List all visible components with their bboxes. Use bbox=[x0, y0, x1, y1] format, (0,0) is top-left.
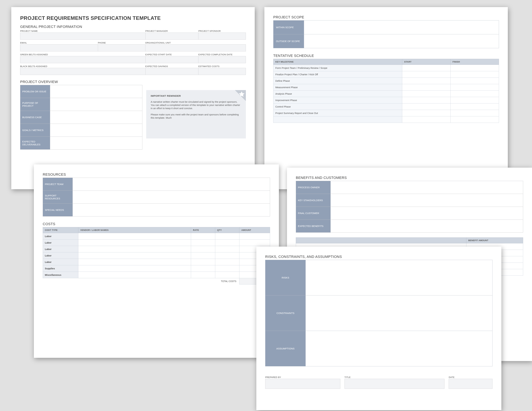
benefits-row-label: EXPECTED BENEFITS bbox=[296, 220, 331, 233]
schedule-cell[interactable] bbox=[451, 116, 499, 123]
cost-cell[interactable] bbox=[215, 272, 239, 278]
schedule-cell[interactable] bbox=[451, 97, 499, 103]
resources-row-label: SUPPORT RESOURCES bbox=[43, 191, 73, 204]
rca-cell[interactable] bbox=[306, 295, 493, 331]
rca-label: RISKS bbox=[265, 260, 306, 295]
cost-cell[interactable] bbox=[78, 246, 191, 252]
label-project-manager: PROJECT MANAGER bbox=[145, 30, 199, 33]
benefits-table: PROCESS OWNER KEY STAKEHOLDERS FINAL CUS… bbox=[296, 181, 523, 233]
page-1: PROJECT REQUIREMENTS SPECIFICATION TEMPL… bbox=[11, 7, 255, 189]
input-email[interactable] bbox=[20, 44, 98, 51]
input-project-name[interactable] bbox=[20, 33, 146, 40]
cost-cell[interactable] bbox=[78, 240, 191, 246]
cost-cell[interactable] bbox=[78, 252, 191, 259]
overview-row-cell[interactable] bbox=[50, 85, 142, 98]
schedule-milestone: Define Phase bbox=[273, 78, 402, 84]
cost-cell[interactable] bbox=[191, 259, 215, 265]
label-title: TITLE bbox=[344, 376, 445, 379]
scope-row-label: WITHIN SCOPE bbox=[273, 20, 304, 34]
schedule-cell[interactable] bbox=[451, 103, 499, 110]
overview-row-cell[interactable] bbox=[50, 124, 142, 137]
rca-cell[interactable] bbox=[306, 331, 493, 366]
cost-type: Labor bbox=[43, 252, 78, 259]
benefits-row-cell[interactable] bbox=[331, 207, 523, 220]
input-est-costs[interactable] bbox=[198, 68, 246, 75]
benefits-row-cell[interactable] bbox=[331, 194, 523, 207]
scope-row-label: OUTSIDE OF SCOPE bbox=[273, 34, 304, 48]
risks-table: RISKS CONSTRAINTS ASSUMPTIONS bbox=[265, 260, 493, 366]
resources-row-cell[interactable] bbox=[73, 191, 270, 204]
input-exp-savings[interactable] bbox=[145, 68, 199, 75]
page-5: RISKS, CONSTRAINTS, AND ASSUMPTIONS RISK… bbox=[256, 247, 501, 410]
costs-heading: COSTS bbox=[43, 222, 270, 226]
schedule-cell[interactable] bbox=[402, 84, 451, 91]
benefits-row-label: FINAL CUSTOMER bbox=[296, 207, 331, 220]
schedule-cell[interactable] bbox=[402, 116, 451, 123]
cost-cell[interactable] bbox=[191, 265, 215, 272]
overview-row-cell[interactable] bbox=[50, 111, 142, 124]
cost-cell[interactable] bbox=[191, 252, 215, 259]
resources-row-cell[interactable] bbox=[73, 204, 270, 216]
input-black-belts[interactable] bbox=[20, 68, 146, 75]
rca-cell[interactable] bbox=[306, 260, 493, 295]
cost-cell[interactable] bbox=[239, 240, 270, 246]
schedule-cell[interactable] bbox=[451, 84, 499, 91]
input-phone[interactable] bbox=[98, 44, 145, 51]
cost-cell[interactable] bbox=[215, 265, 239, 272]
scope-row-cell[interactable] bbox=[304, 20, 499, 34]
benefits-row-cell[interactable] bbox=[331, 181, 523, 194]
cost-cell[interactable] bbox=[78, 259, 191, 265]
schedule-milestone bbox=[273, 116, 402, 123]
benefits-row-label: KEY STAKEHOLDERS bbox=[296, 194, 331, 207]
schedule-cell[interactable] bbox=[402, 97, 451, 103]
schedule-milestone: Improvement Phase bbox=[273, 97, 402, 103]
schedule-cell[interactable] bbox=[402, 71, 451, 78]
schedule-cell[interactable] bbox=[402, 110, 451, 116]
schedule-cell[interactable] bbox=[402, 91, 451, 97]
input-prepared-by[interactable] bbox=[265, 379, 340, 389]
input-green-belts[interactable] bbox=[20, 56, 146, 63]
label-date: DATE bbox=[449, 376, 493, 379]
overview-row-cell[interactable] bbox=[50, 137, 142, 149]
schedule-cell[interactable] bbox=[451, 78, 499, 84]
schedule-table: KEY MILESTONE START FINISH Form Project … bbox=[273, 59, 499, 123]
cost-cell[interactable] bbox=[191, 246, 215, 252]
schedule-milestone: Form Project Team / Preliminary Review /… bbox=[273, 65, 402, 71]
resources-row-cell[interactable] bbox=[73, 178, 270, 191]
cost-cell[interactable] bbox=[239, 233, 270, 240]
cost-cell[interactable] bbox=[191, 240, 215, 246]
schedule-cell[interactable] bbox=[451, 71, 499, 78]
schedule-cell[interactable] bbox=[451, 65, 499, 71]
cost-cell[interactable] bbox=[78, 233, 191, 240]
rca-label: ASSUMPTIONS bbox=[265, 331, 306, 366]
schedule-cell[interactable] bbox=[402, 78, 451, 84]
schedule-cell[interactable] bbox=[451, 91, 499, 97]
input-exp-complete[interactable] bbox=[198, 56, 246, 63]
cost-cell[interactable] bbox=[191, 272, 215, 278]
input-org-unit[interactable] bbox=[145, 44, 246, 51]
scope-row-cell[interactable] bbox=[304, 34, 499, 48]
cost-cell[interactable] bbox=[215, 246, 239, 252]
input-exp-start[interactable] bbox=[145, 56, 199, 63]
schedule-cell[interactable] bbox=[451, 110, 499, 116]
schedule-cell[interactable] bbox=[402, 103, 451, 110]
benefits-row-cell[interactable] bbox=[331, 220, 523, 233]
cost-cell[interactable] bbox=[215, 259, 239, 265]
cost-cell[interactable] bbox=[215, 252, 239, 259]
scope-table: WITHIN SCOPE OUTSIDE OF SCOPE bbox=[273, 20, 499, 48]
label-email: EMAIL bbox=[20, 42, 98, 44]
input-title[interactable] bbox=[344, 379, 445, 389]
overview-row-cell[interactable] bbox=[50, 98, 142, 111]
input-project-sponsor[interactable] bbox=[198, 33, 246, 40]
schedule-cell[interactable] bbox=[402, 65, 451, 71]
rca-label: CONSTRAINTS bbox=[265, 295, 306, 331]
cost-cell[interactable] bbox=[78, 272, 191, 278]
cost-cell[interactable] bbox=[215, 240, 239, 246]
cost-cell[interactable] bbox=[191, 233, 215, 240]
schedule-col: START bbox=[402, 59, 451, 65]
cost-cell[interactable] bbox=[78, 265, 191, 272]
input-date[interactable] bbox=[449, 379, 493, 389]
input-project-manager[interactable] bbox=[145, 33, 199, 40]
cost-cell[interactable] bbox=[215, 233, 239, 240]
label-exp-complete: EXPECTED COMPLETION DATE bbox=[198, 53, 246, 56]
